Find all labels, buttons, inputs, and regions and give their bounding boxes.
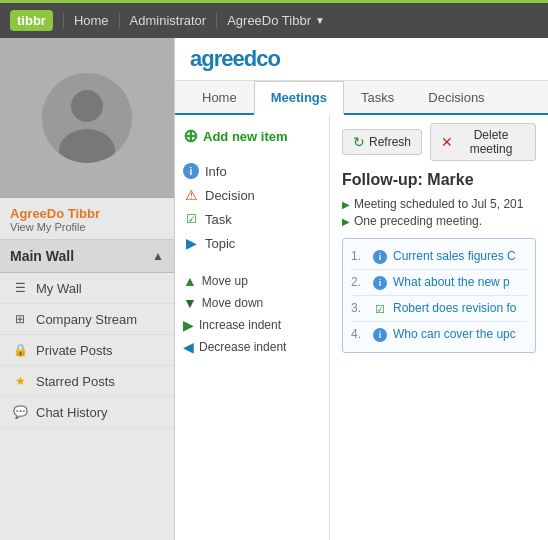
meta-arrow-icon-2: ▶ bbox=[342, 216, 350, 227]
main-wall-title: Main Wall bbox=[10, 248, 74, 264]
sidebar-label-my-wall: My Wall bbox=[36, 281, 82, 296]
sidebar-item-starred-posts[interactable]: ★ Starred Posts bbox=[0, 366, 174, 397]
move-up-label: Move up bbox=[202, 274, 248, 288]
item-type-decision[interactable]: ⚠ Decision bbox=[183, 183, 321, 207]
star-icon: ★ bbox=[12, 373, 28, 389]
view-profile-link[interactable]: View My Profile bbox=[10, 221, 164, 233]
left-panel: ⊕ Add new item i Info ⚠ Decision ☑ Task bbox=[175, 115, 330, 540]
topbar: tibbr Home Administrator AgreeDo Tibbr ▼ bbox=[0, 0, 548, 38]
increase-indent-action[interactable]: ▶ Increase indent bbox=[183, 314, 321, 336]
sidebar-label-company-stream: Company Stream bbox=[36, 312, 137, 327]
item-type-topic-label: Topic bbox=[205, 236, 235, 251]
avatar bbox=[42, 73, 132, 163]
home-nav-link[interactable]: Home bbox=[63, 13, 120, 28]
item-type-list: i Info ⚠ Decision ☑ Task ▶ Topic bbox=[183, 159, 321, 255]
agenda-text-2: What about the new p bbox=[393, 275, 510, 289]
decrease-indent-action[interactable]: ◀ Decrease indent bbox=[183, 336, 321, 358]
admin-nav-link[interactable]: Administrator bbox=[120, 13, 218, 28]
plus-icon: ⊕ bbox=[183, 125, 198, 147]
move-up-icon: ▲ bbox=[183, 273, 197, 289]
grid-icon: ⊞ bbox=[12, 311, 28, 327]
decision-icon: ⚠ bbox=[183, 187, 199, 203]
agenda-num-3: 3. bbox=[351, 301, 367, 315]
sidebar-item-private-posts[interactable]: 🔒 Private Posts bbox=[0, 335, 174, 366]
tab-meetings[interactable]: Meetings bbox=[254, 81, 344, 115]
table-row[interactable]: 4. i Who can cover the upc bbox=[351, 322, 527, 347]
sidebar-item-my-wall[interactable]: ☰ My Wall bbox=[0, 273, 174, 304]
toolbar: ↻ Refresh ✕ Delete meeting bbox=[342, 123, 536, 161]
sidebar-label-private-posts: Private Posts bbox=[36, 343, 113, 358]
item-type-task[interactable]: ☑ Task bbox=[183, 207, 321, 231]
info-icon-4: i bbox=[373, 328, 387, 342]
move-up-action[interactable]: ▲ Move up bbox=[183, 270, 321, 292]
tab-tasks[interactable]: Tasks bbox=[344, 81, 411, 115]
agenda-text-4: Who can cover the upc bbox=[393, 327, 516, 341]
decrease-indent-label: Decrease indent bbox=[199, 340, 286, 354]
increase-indent-icon: ▶ bbox=[183, 317, 194, 333]
dropdown-arrow-icon: ▼ bbox=[315, 15, 325, 26]
dropdown-label: AgreeDo Tibbr bbox=[227, 13, 311, 28]
table-row[interactable]: 3. ☑ Robert does revision fo bbox=[351, 296, 527, 322]
refresh-button[interactable]: ↻ Refresh bbox=[342, 129, 422, 155]
item-type-info[interactable]: i Info bbox=[183, 159, 321, 183]
tab-home[interactable]: Home bbox=[185, 81, 254, 115]
content-area: ⊕ Add new item i Info ⚠ Decision ☑ Task bbox=[175, 115, 548, 540]
item-type-info-label: Info bbox=[205, 164, 227, 179]
app-logo: agreedco bbox=[190, 46, 533, 72]
main-wall-collapse-icon: ▲ bbox=[152, 249, 164, 263]
move-down-icon: ▼ bbox=[183, 295, 197, 311]
main-layout: AgreeDo Tibbr View My Profile Main Wall … bbox=[0, 38, 548, 540]
agenda-num-4: 4. bbox=[351, 327, 367, 341]
top-nav: Home Administrator AgreeDo Tibbr ▼ bbox=[63, 13, 335, 28]
user-name[interactable]: AgreeDo Tibbr bbox=[10, 206, 164, 221]
agenda-text-3: Robert does revision fo bbox=[393, 301, 516, 315]
info-icon: i bbox=[183, 163, 199, 179]
meeting-meta-preceding: ▶ One preceding meeting. bbox=[342, 214, 536, 228]
logo: tibbr bbox=[10, 10, 53, 31]
task-icon: ☑ bbox=[183, 211, 199, 227]
tab-decisions[interactable]: Decisions bbox=[411, 81, 501, 115]
add-new-item-button[interactable]: ⊕ Add new item bbox=[183, 125, 321, 147]
user-info: AgreeDo Tibbr View My Profile bbox=[0, 198, 174, 240]
chat-icon: 💬 bbox=[12, 404, 28, 420]
item-type-task-label: Task bbox=[205, 212, 232, 227]
avatar-section bbox=[0, 38, 174, 198]
move-down-label: Move down bbox=[202, 296, 263, 310]
actions-list: ▲ Move up ▼ Move down ▶ Increase indent … bbox=[183, 270, 321, 358]
table-row[interactable]: 2. i What about the new p bbox=[351, 270, 527, 296]
account-dropdown[interactable]: AgreeDo Tibbr ▼ bbox=[217, 13, 335, 28]
task-icon-3: ☑ bbox=[373, 302, 387, 316]
refresh-icon: ↻ bbox=[353, 134, 365, 150]
info-icon-2: i bbox=[373, 276, 387, 290]
decrease-indent-icon: ◀ bbox=[183, 339, 194, 355]
agenda-num-1: 1. bbox=[351, 249, 367, 263]
item-type-topic[interactable]: ▶ Topic bbox=[183, 231, 321, 255]
main-content: agreedco Home Meetings Tasks Decisions ⊕… bbox=[175, 38, 548, 540]
lock-icon: 🔒 bbox=[12, 342, 28, 358]
main-wall-header[interactable]: Main Wall ▲ bbox=[0, 240, 174, 273]
sidebar: AgreeDo Tibbr View My Profile Main Wall … bbox=[0, 38, 175, 540]
table-row[interactable]: 1. i Current sales figures C bbox=[351, 244, 527, 270]
sidebar-item-company-stream[interactable]: ⊞ Company Stream bbox=[0, 304, 174, 335]
meeting-meta: ▶ Meeting scheduled to Jul 5, 201 ▶ One … bbox=[342, 197, 536, 228]
right-panel: ↻ Refresh ✕ Delete meeting Follow-up: Ma… bbox=[330, 115, 548, 540]
sidebar-label-chat-history: Chat History bbox=[36, 405, 108, 420]
refresh-label: Refresh bbox=[369, 135, 411, 149]
delete-meeting-button[interactable]: ✕ Delete meeting bbox=[430, 123, 536, 161]
sidebar-menu: ☰ My Wall ⊞ Company Stream 🔒 Private Pos… bbox=[0, 273, 174, 428]
tabs-bar: Home Meetings Tasks Decisions bbox=[175, 81, 548, 115]
add-new-label: Add new item bbox=[203, 129, 288, 144]
delete-icon: ✕ bbox=[441, 134, 453, 150]
topic-icon: ▶ bbox=[183, 235, 199, 251]
item-type-decision-label: Decision bbox=[205, 188, 255, 203]
agenda-text-1: Current sales figures C bbox=[393, 249, 516, 263]
increase-indent-label: Increase indent bbox=[199, 318, 281, 332]
agenda-num-2: 2. bbox=[351, 275, 367, 289]
list-icon: ☰ bbox=[12, 280, 28, 296]
move-down-action[interactable]: ▼ Move down bbox=[183, 292, 321, 314]
meeting-title: Follow-up: Marke bbox=[342, 171, 536, 189]
sidebar-item-chat-history[interactable]: 💬 Chat History bbox=[0, 397, 174, 428]
meeting-meta-date: ▶ Meeting scheduled to Jul 5, 201 bbox=[342, 197, 536, 211]
delete-label: Delete meeting bbox=[457, 128, 525, 156]
meta-arrow-icon-1: ▶ bbox=[342, 199, 350, 210]
